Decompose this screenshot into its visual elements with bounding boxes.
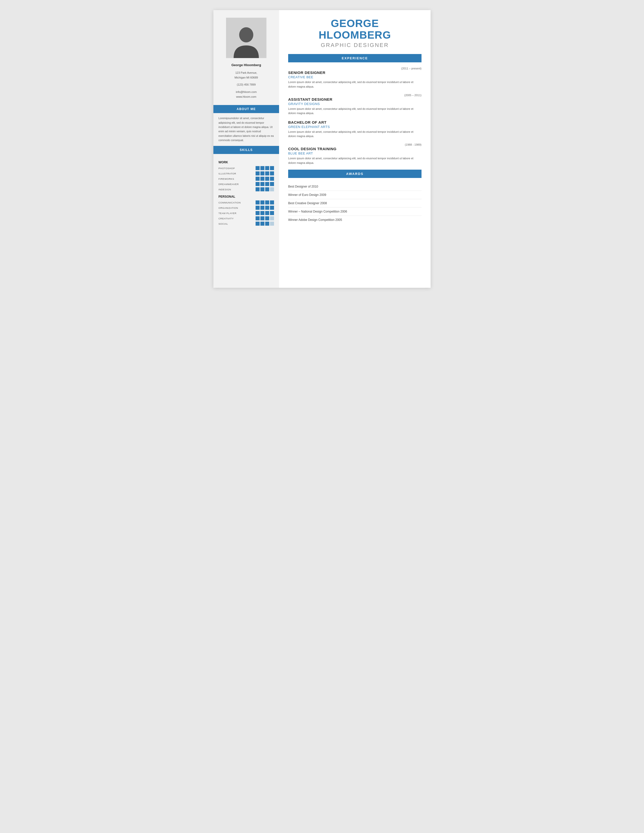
skill-bar-filled (265, 206, 269, 210)
exp-title: COOL DESIGN TRAINING (288, 147, 422, 151)
skill-name: INDESIGN (219, 188, 241, 191)
experience-header: EXPERIENCE (288, 54, 422, 62)
exp-company: GRAVITY DESIGNS (288, 102, 422, 106)
avatar (226, 18, 266, 58)
award-item: Winner of Euro Design 2009 (288, 191, 422, 199)
skill-bar-filled (256, 222, 259, 226)
skill-bar-filled (256, 171, 259, 175)
skill-bar-filled (260, 182, 264, 186)
contact-section: George Hloomberg 123 Park Avenue, Michig… (213, 63, 279, 101)
skill-bar-filled (265, 211, 269, 215)
exp-company: BLUE BEE ART (288, 151, 422, 155)
experience-list: (2011 – present)SENIOR DESIGNERCREATIVE … (288, 67, 422, 165)
skill-row: ILLUSTRATOR (219, 171, 274, 175)
skill-bar-filled (270, 171, 274, 175)
skill-bar-filled (265, 177, 269, 181)
exp-title: BACHELOR OF ART (288, 120, 422, 124)
experience-entry: (1988 - 1989)COOL DESIGN TRAININGBLUE BE… (288, 143, 422, 165)
exp-desc: Lorem ipsum dolor sit amet, consectetur … (288, 130, 422, 138)
skill-bar-filled (265, 200, 269, 204)
skill-row: INDESIGN (219, 187, 274, 191)
skill-bar-filled (256, 206, 259, 210)
skill-bar-filled (265, 216, 269, 220)
contact-name: George Hloomberg (219, 63, 273, 67)
skill-name: PHOTOSHOP (219, 167, 241, 170)
personal-skills-list: COMMUNICATIONORGANIZATIONTEAM PLAYERCREA… (219, 200, 274, 226)
skill-name: ILLUSTRATOR (219, 172, 241, 175)
skill-bar-empty (270, 187, 274, 191)
skill-bar-filled (256, 200, 259, 204)
contact-address: 123 Park Avenue, Michigan MI 60689 (219, 71, 273, 80)
skill-bar-filled (256, 216, 259, 220)
skill-row: CREATIVITY (219, 216, 274, 220)
skill-bars (256, 222, 274, 226)
exp-desc: Lorem ipsum dolor sit amet, consectetur … (288, 80, 422, 89)
name-title-section: GEORGE HLOOMBERG GRAPHIC DESIGNER (288, 18, 422, 48)
exp-company: GREEN ELEPHANT ARTS (288, 125, 422, 129)
skill-bar-filled (256, 211, 259, 215)
contact-phone: (123) 456 7899 (219, 82, 273, 87)
personal-skills-label: PERSONAL (219, 195, 274, 198)
skill-bar-filled (270, 182, 274, 186)
skill-bar-filled (265, 171, 269, 175)
skill-bar-filled (260, 200, 264, 204)
exp-desc: Lorem ipsum dolor sit amet, consectetur … (288, 156, 422, 165)
work-skills-list: PHOTOSHOPILLUSTRATORFIREWORKSDREAMWEAVER… (219, 166, 274, 191)
skill-row: DREAMWEAVER (219, 182, 274, 186)
skill-row: ORGANIZATION (219, 206, 274, 210)
skill-bar-filled (256, 166, 259, 170)
svg-point-0 (239, 27, 253, 42)
exp-desc: Lorem ipsum dolor sit amet, consectetur … (288, 107, 422, 116)
work-skills-label: WORK (219, 161, 274, 164)
skill-bar-filled (260, 187, 264, 191)
awards-header: AWARDS (288, 170, 422, 178)
skill-bar-filled (265, 166, 269, 170)
skill-bar-filled (265, 182, 269, 186)
right-column: GEORGE HLOOMBERG GRAPHIC DESIGNER EXPERI… (279, 10, 431, 288)
experience-entry: BACHELOR OF ARTGREEN ELEPHANT ARTSLorem … (288, 120, 422, 138)
exp-date: (2005 – 2011) (288, 94, 422, 96)
skill-name: ORGANIZATION (219, 206, 241, 209)
about-text: Loremipsumdolor sit amet, consectetur ad… (213, 116, 279, 142)
skill-row: FIREWORKS (219, 177, 274, 181)
skill-bar-filled (270, 200, 274, 204)
award-item: Winner Adobe Design Competition 2005 (288, 216, 422, 224)
skill-bar-filled (256, 182, 259, 186)
skill-name: TEAM PLAYER (219, 212, 241, 215)
skill-bar-filled (260, 171, 264, 175)
skill-bars (256, 200, 274, 204)
skill-bar-filled (270, 166, 274, 170)
experience-entry: (2011 – present)SENIOR DESIGNERCREATIVE … (288, 67, 422, 89)
main-name: GEORGE HLOOMBERG (288, 18, 422, 41)
award-item: Best Creative Designer 2008 (288, 199, 422, 207)
skill-bars (256, 171, 274, 175)
skill-row: PHOTOSHOP (219, 166, 274, 170)
skill-row: SOCIAL (219, 222, 274, 226)
experience-entry: (2005 – 2011)ASSISTANT DESIGNERGRAVITY D… (288, 94, 422, 116)
skill-bar-empty (270, 216, 274, 220)
left-column: George Hloomberg 123 Park Avenue, Michig… (213, 10, 279, 288)
skill-bar-filled (270, 206, 274, 210)
skill-bar-filled (256, 177, 259, 181)
exp-title: ASSISTANT DESIGNER (288, 97, 422, 101)
skill-bar-filled (256, 187, 259, 191)
skill-bar-filled (260, 177, 264, 181)
skill-bars (256, 187, 274, 191)
skill-bars (256, 177, 274, 181)
skill-bars (256, 182, 274, 186)
skill-bar-empty (270, 222, 274, 226)
exp-date: (2011 – present) (288, 67, 422, 70)
skills-section: WORK PHOTOSHOPILLUSTRATORFIREWORKSDREAMW… (213, 157, 279, 227)
skill-bars (256, 211, 274, 215)
resume-page: George Hloomberg 123 Park Avenue, Michig… (213, 10, 431, 288)
skill-bar-filled (265, 187, 269, 191)
skill-name: CREATIVITY (219, 217, 241, 220)
skills-header: SKILLS (213, 146, 279, 154)
skill-bar-filled (260, 216, 264, 220)
award-item: Best Designer of 2010 (288, 182, 422, 191)
skill-bars (256, 216, 274, 220)
about-me-header: ABOUT ME (213, 105, 279, 113)
avatar-container (213, 10, 279, 63)
exp-company: CREATIVE BEE (288, 75, 422, 79)
skill-row: COMMUNICATION (219, 200, 274, 204)
